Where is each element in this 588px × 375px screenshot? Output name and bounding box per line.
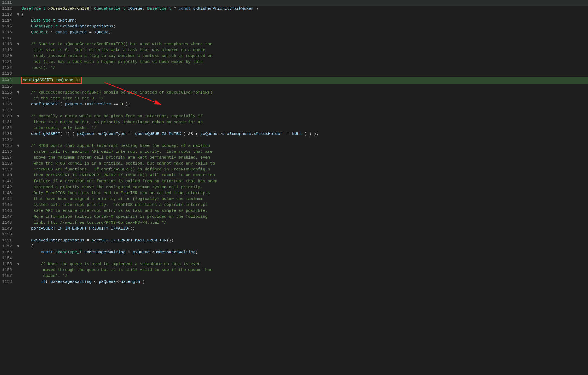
code-line: 1158 if( uxMessagesWaiting < pxQueue->ux… [0,279,588,285]
line-number: 1123 [0,71,16,77]
code-content: Queue_t * const pxQueue = xQueue; [20,30,588,35]
fold-icon [16,149,20,155]
code-line: 1142 assigned a priority above the confi… [0,184,588,190]
fold-icon[interactable]: ▼ [16,261,20,267]
code-content: not (i.e. has a task with a higher prior… [20,59,588,65]
code-line: 1132 interrupts, only tasks. */ [0,125,588,131]
fold-icon [16,196,20,202]
line-number: 1148 [0,220,16,226]
code-content: above the maximum system call priority a… [20,155,588,161]
fold-icon [16,84,20,90]
fold-icon [16,161,20,167]
line-number: 1112 [0,6,16,12]
line-number: 1119 [0,47,16,53]
fold-icon [16,208,20,214]
code-line: 1111 [0,0,588,6]
fold-icon[interactable]: ▼ [16,41,20,47]
fold-icon [16,108,20,113]
code-content [20,232,588,238]
code-line: 1126▼ /* xQueueGenericSendFromISR() shou… [0,90,588,96]
line-number: 1146 [0,208,16,214]
fold-icon[interactable]: ▼ [16,113,20,119]
code-line: 1121 not (i.e. has a task with a higher … [0,59,588,65]
code-line: 1149 portASSERT_IF_INTERRUPT_PRIORITY_IN… [0,226,588,232]
code-content: system call interrupt priority. FreeRTOS… [20,202,588,208]
code-content: system call (or maximum API call) interr… [20,149,588,155]
code-content: configASSERT( pxQueue ); [20,77,588,84]
line-number: 1152 [0,244,16,249]
code-content: if( uxMessagesWaiting < pxQueue->uxLengt… [20,279,588,285]
code-content: moved through the queue but it is still … [20,267,588,273]
code-line: 1153 const UBaseType_t uxMessagesWaiting… [0,249,588,255]
code-content: if the item size is not 0. */ [20,96,588,102]
fold-icon [16,71,20,77]
code-content: read, instead return a flag to say wheth… [20,53,588,59]
fold-icon [16,125,20,131]
code-content [20,84,588,90]
code-line: 1140 then portASSERT_IF_INTERRUPT_PRIORI… [0,173,588,178]
code-content: /* Similar to xQueueGenericSendFromISR()… [20,41,588,47]
code-line: 1128 configASSERT( pxQueue->uxItemSize =… [0,102,588,108]
code-line: 1118▼ /* Similar to xQueueGenericSendFro… [0,41,588,47]
code-content: UBaseType_t uxSavedInterruptStatus; [20,24,588,30]
code-content: interrupts, only tasks. */ [20,125,588,131]
code-line: 1157 space'. */ [0,273,588,279]
line-number: 1142 [0,184,16,190]
code-line: 1134 [0,137,588,143]
fold-icon [16,65,20,71]
line-number: 1129 [0,108,16,113]
line-number: 1130 [0,113,16,119]
code-content: that have been assigned a priority at or… [20,196,588,202]
fold-icon [16,232,20,238]
code-line: 1113▼{ [0,12,588,18]
fold-icon[interactable]: ▼ [16,90,20,96]
code-content: /* Normally a mutex would not be given f… [20,113,588,119]
code-line: 1130▼ /* Normally a mutex would not be g… [0,113,588,119]
fold-icon [16,267,20,273]
fold-icon[interactable]: ▼ [16,244,20,249]
code-content: FreeRTOS API functions. If configASSERT(… [20,167,588,173]
code-content: /* xQueueGenericSendFromISR() should be … [20,90,588,96]
line-number: 1149 [0,226,16,232]
fold-icon [16,35,20,41]
code-content: there is a mutex holder, as priority inh… [20,119,588,125]
code-line: 1145 system call interrupt priority. Fre… [0,202,588,208]
code-line: 1133 configASSERT( !( ( pxQueue->uxQueue… [0,131,588,137]
code-line: 1150 [0,232,588,238]
fold-icon [16,178,20,184]
fold-icon [16,18,20,24]
code-line: 1146 safe API to ensure interrupt entry … [0,208,588,214]
code-content: const UBaseType_t uxMessagesWaiting = px… [20,249,588,255]
code-line: 1144 that have been assigned a priority … [0,196,588,202]
line-number: 1155 [0,261,16,267]
code-line: 1141 failure if a FreeRTOS API function … [0,178,588,184]
line-number: 1138 [0,161,16,167]
code-content: portASSERT_IF_INTERRUPT_PRIORITY_INVALID… [20,226,588,232]
code-content: /* RTOS ports that support interrupt nes… [20,143,588,149]
fold-icon [16,167,20,173]
code-content: /* When the queue is used to implement a… [20,261,588,267]
line-number: 1116 [0,30,16,35]
line-number: 1147 [0,214,16,220]
fold-icon [16,249,20,255]
fold-icon [16,220,20,226]
line-number: 1156 [0,267,16,273]
code-content: configASSERT( !( ( pxQueue->uxQueueType … [20,131,588,137]
code-content: configASSERT( pxQueue->uxItemSize == 0 )… [20,102,588,108]
line-number: 1122 [0,65,16,71]
line-number: 1144 [0,196,16,202]
code-line: 1129 [0,108,588,113]
code-content: BaseType_t xQueueGiveFromISR( QueueHandl… [20,6,588,12]
code-line: 1120 read, instead return a flag to say … [0,53,588,59]
line-number: 1133 [0,131,16,137]
fold-icon[interactable]: ▼ [16,12,20,18]
code-content: { [20,12,588,18]
line-number: 1139 [0,167,16,173]
code-content: uxSavedInterruptStatus = portSET_INTERRU… [20,238,588,244]
code-content: link: http://www.freertos.org/RTOS-Corte… [20,220,588,226]
code-line: 1117 [0,35,588,41]
fold-icon[interactable]: ▼ [16,143,20,149]
code-line: 1154 [0,255,588,261]
code-line: 1112BaseType_t xQueueGiveFromISR( QueueH… [0,6,588,12]
line-number: 1135 [0,143,16,149]
